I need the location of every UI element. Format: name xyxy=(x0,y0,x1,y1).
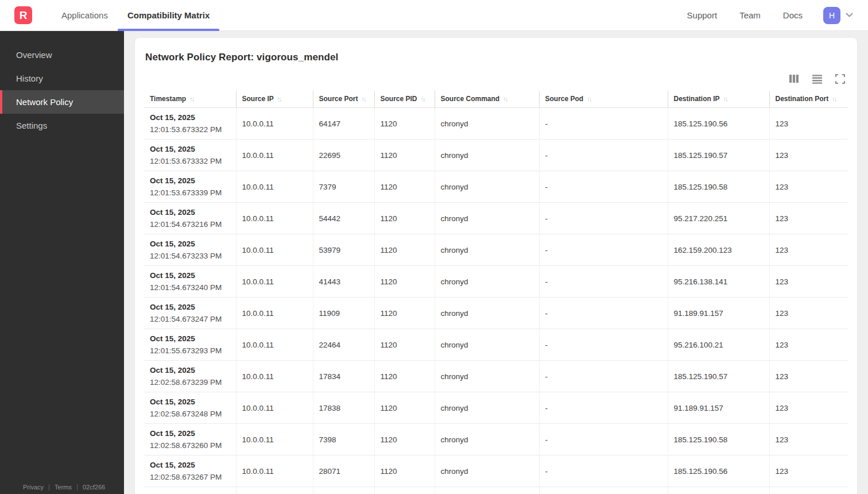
chevron-down-icon[interactable] xyxy=(844,10,854,20)
sort-icon[interactable]: ↑↓ xyxy=(832,95,836,102)
cell-timestamp: Oct 15, 2025 12:01:55.673293 PM xyxy=(144,329,236,361)
cell-timestamp: Oct 15, 2025 12:02:58.673267 PM xyxy=(144,456,236,487)
table-row: Oct 15, 2025 12:01:53.673332 PM 10.0.0.1… xyxy=(144,140,848,171)
cell-source-pod: - xyxy=(539,266,668,298)
tab-compatibility-matrix[interactable]: Compatibility Matrix xyxy=(118,0,219,31)
cell-source-port: 22464 xyxy=(313,329,374,361)
cell-source-ip: 10.0.0.11 xyxy=(236,203,313,234)
cell-source-pod: - xyxy=(539,140,668,171)
support-link[interactable]: Support xyxy=(687,10,718,20)
cell-destination-port: 123 xyxy=(769,140,848,171)
fullscreen-icon[interactable] xyxy=(835,74,845,84)
cell-source-port: 54442 xyxy=(313,203,374,234)
sort-icon[interactable]: ↑↓ xyxy=(503,95,507,102)
cell-source-pod: - xyxy=(539,329,668,361)
table-row: Oct 15, 2025 12:02:58.673260 PM 10.0.0.1… xyxy=(144,424,848,456)
cell-source-pid: 1120 xyxy=(374,266,435,298)
sidebar-item-settings[interactable]: Settings xyxy=(0,114,124,137)
column-header-source-pid[interactable]: Source PID↑↓ xyxy=(374,91,435,108)
sort-icon[interactable]: ↑↓ xyxy=(362,95,366,102)
top-navigation: R Applications Compatibility Matrix Supp… xyxy=(0,0,868,31)
cell-source-ip: 10.0.0.11 xyxy=(236,392,313,424)
timestamp-time: 12:02:58.673239 PM xyxy=(150,376,230,388)
cell-source-command: chronyd xyxy=(435,171,539,203)
cell-destination-port: 123 xyxy=(769,203,848,234)
privacy-link[interactable]: Privacy xyxy=(23,484,44,491)
cell-timestamp: Oct 15, 2025 12:01:53.673322 PM xyxy=(144,108,236,140)
cell-destination-port: 123 xyxy=(769,392,848,424)
cell-source-ip xyxy=(236,487,313,494)
cell-source-command: chronyd xyxy=(435,108,539,140)
column-header-source-command[interactable]: Source Command↑↓ xyxy=(435,91,539,108)
cell-destination-port: 123 xyxy=(769,234,848,266)
primary-tabs: Applications Compatibility Matrix xyxy=(52,0,219,31)
tab-applications[interactable]: Applications xyxy=(52,0,118,31)
sidebar-nav: Overview History Network Policy Settings xyxy=(0,43,124,137)
sort-icon[interactable]: ↑↓ xyxy=(277,95,281,102)
cell-timestamp: Oct 15, 2025 12:02:58.673239 PM xyxy=(144,361,236,392)
cell-destination-ip: 185.125.190.56 xyxy=(668,456,769,487)
cell-source-ip: 10.0.0.11 xyxy=(236,298,313,329)
rows-icon[interactable] xyxy=(812,74,823,84)
sort-icon[interactable]: ↑↓ xyxy=(189,95,193,102)
report-card: Network Policy Report: vigorous_mendel xyxy=(135,38,857,494)
cell-source-pod: - xyxy=(539,298,668,329)
cell-source-pid: 1120 xyxy=(374,361,435,392)
footer-divider xyxy=(77,484,78,491)
terms-link[interactable]: Terms xyxy=(55,484,72,491)
cell-source-ip: 10.0.0.11 xyxy=(236,329,313,361)
cell-source-port xyxy=(313,487,374,494)
cell-source-command xyxy=(435,487,539,494)
table-row: Oct 15, 2025 12:01:53.673322 PM 10.0.0.1… xyxy=(144,108,848,140)
cell-destination-port xyxy=(769,487,848,494)
timestamp-date: Oct 15, 2025 xyxy=(150,238,230,250)
table-row: Oct 15, 2025 12:01:54.673233 PM 10.0.0.1… xyxy=(144,234,848,266)
cell-source-port: 17838 xyxy=(313,392,374,424)
sidebar-item-network-policy[interactable]: Network Policy xyxy=(0,90,124,114)
columns-icon[interactable] xyxy=(789,74,799,84)
timestamp-time: 12:02:58.673248 PM xyxy=(150,408,230,420)
column-header-source-ip[interactable]: Source IP↑↓ xyxy=(236,91,313,108)
app-logo[interactable]: R xyxy=(14,6,32,24)
column-header-source-pod[interactable]: Source Pod↑↓ xyxy=(539,91,668,108)
cell-source-pid: 1120 xyxy=(374,392,435,424)
cell-destination-ip: 95.217.220.251 xyxy=(668,203,769,234)
timestamp-date: Oct 15, 2025 xyxy=(150,364,230,376)
column-header-destination-port[interactable]: Destination Port↑↓ xyxy=(769,91,848,108)
sort-icon[interactable]: ↑↓ xyxy=(421,95,425,102)
cell-source-command: chronyd xyxy=(435,203,539,234)
timestamp-time: 12:01:55.673293 PM xyxy=(150,345,230,357)
sort-icon[interactable]: ↑↓ xyxy=(587,95,591,102)
cell-source-pod: - xyxy=(539,424,668,456)
timestamp-date: Oct 15, 2025 xyxy=(150,143,230,155)
cell-destination-port: 123 xyxy=(769,108,848,140)
cell-source-pod: - xyxy=(539,392,668,424)
network-policy-table: Timestamp↑↓ Source IP↑↓ Source Port↑↓ So… xyxy=(144,91,848,494)
cell-source-port: 28071 xyxy=(313,456,374,487)
cell-source-pid: 1120 xyxy=(374,298,435,329)
timestamp-time: 12:01:54.673247 PM xyxy=(150,313,230,325)
cell-destination-port: 123 xyxy=(769,298,848,329)
cell-source-pid: 1120 xyxy=(374,424,435,456)
cell-timestamp: Oct 15, 2025 12:02:58.673260 PM xyxy=(144,424,236,456)
cell-destination-ip: 95.216.138.141 xyxy=(668,266,769,298)
sidebar-item-overview[interactable]: Overview xyxy=(0,43,124,67)
cell-destination-ip: 185.125.190.58 xyxy=(668,424,769,456)
column-header-timestamp[interactable]: Timestamp↑↓ xyxy=(144,91,236,108)
sidebar-item-history[interactable]: History xyxy=(0,67,124,90)
docs-link[interactable]: Docs xyxy=(783,10,803,20)
utility-links: Support Team Docs xyxy=(687,10,803,20)
cell-source-command: chronyd xyxy=(435,298,539,329)
column-header-destination-ip[interactable]: Destination IP↑↓ xyxy=(668,91,769,108)
cell-destination-ip: 185.125.190.58 xyxy=(668,171,769,203)
sort-icon[interactable]: ↑↓ xyxy=(723,95,727,102)
page-title: Network Policy Report: vigorous_mendel xyxy=(144,38,848,63)
build-id: 02cf266 xyxy=(83,484,105,491)
column-header-source-port[interactable]: Source Port↑↓ xyxy=(313,91,374,108)
cell-source-pid: 1120 xyxy=(374,140,435,171)
timestamp-time: 12:01:54.673233 PM xyxy=(150,250,230,262)
user-avatar[interactable]: H xyxy=(823,7,840,24)
timestamp-time: 12:01:54.673240 PM xyxy=(150,281,230,294)
cell-destination-ip: 185.125.190.56 xyxy=(668,108,769,140)
team-link[interactable]: Team xyxy=(739,10,761,20)
